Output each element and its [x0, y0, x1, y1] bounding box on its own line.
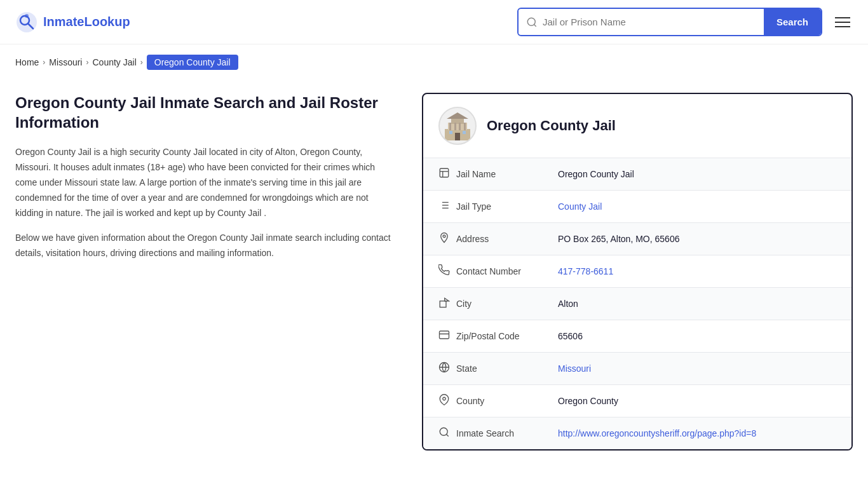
breadcrumb-home[interactable]: Home — [15, 57, 39, 67]
county-icon — [438, 394, 456, 408]
jail-avatar — [438, 107, 477, 145]
inmate-search-label: Inmate Search — [456, 428, 558, 438]
inmate-search-icon — [438, 426, 456, 440]
state-link[interactable]: Missouri — [558, 363, 591, 374]
jail-type-label: Jail Type — [456, 201, 558, 212]
svg-point-33 — [440, 428, 447, 435]
phone-icon — [438, 264, 456, 278]
svg-point-26 — [443, 235, 445, 238]
info-row-jail-name: Jail Name Oregon County Jail — [423, 158, 851, 191]
info-card-header: Oregon County Jail — [423, 94, 851, 158]
svg-marker-9 — [447, 112, 468, 119]
right-panel: Oregon County Jail Jail Name Oregon Coun… — [422, 93, 853, 451]
contact-label: Contact Number — [456, 266, 558, 276]
search-bar-inner — [519, 10, 764, 34]
site-logo[interactable]: InmateLookup — [15, 11, 130, 34]
breadcrumb-sep-2: › — [86, 58, 88, 67]
svg-rect-27 — [440, 301, 446, 308]
info-table: Jail Name Oregon County Jail Jail Type C… — [423, 158, 851, 449]
svg-rect-13 — [464, 123, 466, 130]
address-icon — [438, 232, 456, 246]
hamburger-menu-button[interactable] — [832, 15, 853, 30]
svg-line-5 — [534, 24, 536, 26]
info-row-city: City Alton — [423, 288, 851, 320]
county-value: Oregon County — [558, 396, 618, 406]
page-description-1: Oregon County Jail is a high security Co… — [15, 145, 397, 220]
search-input[interactable] — [543, 10, 756, 34]
address-label: Address — [456, 234, 558, 244]
breadcrumb-sep-1: › — [43, 58, 45, 67]
info-row-contact: Contact Number 417-778-6611 — [423, 255, 851, 288]
logo-icon — [15, 11, 38, 34]
svg-rect-10 — [449, 123, 451, 130]
svg-rect-12 — [459, 123, 461, 130]
info-card: Oregon County Jail Jail Name Oregon Coun… — [422, 93, 853, 451]
city-icon — [438, 297, 456, 311]
jail-building-icon — [442, 110, 473, 142]
breadcrumb-missouri[interactable]: Missouri — [49, 57, 82, 67]
inmate-search-link[interactable]: http://www.oregoncountysheriff.org/page.… — [558, 428, 756, 438]
jail-type-icon — [438, 200, 456, 214]
breadcrumb-current: Oregon County Jail — [147, 55, 238, 70]
state-value: Missouri — [558, 363, 591, 374]
state-icon — [438, 362, 456, 376]
contact-value: 417-778-6611 — [558, 266, 613, 276]
hamburger-line-3 — [835, 26, 850, 27]
zip-icon — [438, 329, 456, 343]
breadcrumb-sep-3: › — [140, 58, 143, 67]
jail-name-value: Oregon County Jail — [558, 169, 634, 179]
svg-rect-17 — [440, 168, 449, 177]
jail-type-value: County Jail — [558, 201, 602, 212]
search-bar-container: Search — [517, 8, 822, 36]
svg-point-4 — [527, 18, 535, 25]
page-description-2: Below we have given information about th… — [15, 231, 397, 261]
svg-rect-14 — [455, 133, 460, 140]
info-row-state: State Missouri — [423, 353, 851, 385]
hamburger-line-1 — [835, 17, 850, 18]
state-label: State — [456, 363, 558, 374]
info-card-title: Oregon County Jail — [487, 118, 616, 134]
left-panel: Oregon County Jail Inmate Search and Jai… — [15, 93, 422, 451]
logo-text: InmateLookup — [43, 15, 130, 29]
breadcrumb-county-jail[interactable]: County Jail — [92, 57, 136, 67]
hamburger-line-2 — [835, 22, 850, 23]
jail-name-label: Jail Name — [456, 169, 558, 179]
city-value: Alton — [558, 299, 578, 309]
search-bar-icon — [526, 17, 538, 28]
info-row-zip: Zip/Postal Code 65606 — [423, 320, 851, 353]
svg-rect-15 — [449, 131, 452, 134]
svg-point-32 — [443, 397, 446, 400]
jail-type-link[interactable]: County Jail — [558, 201, 602, 212]
contact-link[interactable]: 417-778-6611 — [558, 266, 613, 276]
county-label: County — [456, 396, 558, 406]
info-row-inmate-search: Inmate Search http://www.oregoncountyshe… — [423, 417, 851, 449]
svg-marker-28 — [445, 298, 449, 301]
svg-point-3 — [25, 14, 29, 18]
zip-label: Zip/Postal Code — [456, 331, 558, 341]
inmate-search-value: http://www.oregoncountysheriff.org/page.… — [558, 428, 756, 438]
svg-rect-29 — [440, 331, 449, 339]
svg-line-34 — [446, 434, 448, 436]
svg-rect-11 — [454, 123, 456, 130]
main-content: Oregon County Jail Inmate Search and Jai… — [0, 80, 868, 463]
site-header: InmateLookup Search — [0, 0, 868, 44]
info-row-county: County Oregon County — [423, 385, 851, 417]
breadcrumb: Home › Missouri › County Jail › Oregon C… — [0, 44, 868, 80]
svg-rect-16 — [463, 131, 466, 134]
address-value: PO Box 265, Alton, MO, 65606 — [558, 234, 679, 244]
page-title: Oregon County Jail Inmate Search and Jai… — [15, 93, 397, 132]
search-button[interactable]: Search — [764, 9, 821, 35]
header-right: Search — [517, 8, 853, 36]
zip-value: 65606 — [558, 331, 583, 341]
city-label: City — [456, 299, 558, 309]
info-row-address: Address PO Box 265, Alton, MO, 65606 — [423, 223, 851, 255]
info-row-jail-type: Jail Type County Jail — [423, 191, 851, 223]
jail-name-icon — [438, 167, 456, 181]
